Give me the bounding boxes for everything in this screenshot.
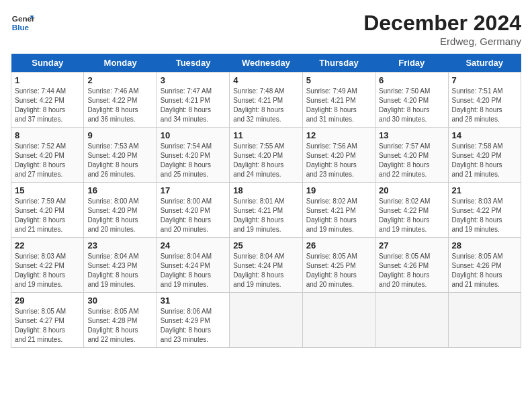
calendar-day-cell: 24Sunrise: 8:04 AM Sunset: 4:24 PM Dayli… xyxy=(157,238,229,293)
day-of-week-header: Monday xyxy=(84,54,157,73)
day-info: Sunrise: 7:53 AM Sunset: 4:20 PM Dayligh… xyxy=(87,142,152,179)
calendar-day-cell: 23Sunrise: 8:04 AM Sunset: 4:23 PM Dayli… xyxy=(84,238,157,293)
calendar-day-cell: 28Sunrise: 8:05 AM Sunset: 4:26 PM Dayli… xyxy=(448,238,521,293)
calendar-day-cell: 19Sunrise: 8:02 AM Sunset: 4:21 PM Dayli… xyxy=(302,183,375,238)
calendar-day-cell: 9Sunrise: 7:53 AM Sunset: 4:20 PM Daylig… xyxy=(84,128,157,183)
day-number: 17 xyxy=(161,185,226,195)
day-of-week-header: Wednesday xyxy=(230,54,302,73)
day-info: Sunrise: 8:06 AM Sunset: 4:29 PM Dayligh… xyxy=(161,307,226,345)
calendar-day-cell: 17Sunrise: 8:00 AM Sunset: 4:20 PM Dayli… xyxy=(157,183,229,238)
day-number: 6 xyxy=(379,75,444,85)
day-number: 1 xyxy=(15,75,80,85)
day-info: Sunrise: 8:02 AM Sunset: 4:22 PM Dayligh… xyxy=(379,197,444,234)
day-info: Sunrise: 7:51 AM Sunset: 4:20 PM Dayligh… xyxy=(452,87,517,124)
calendar-day-cell: 20Sunrise: 8:02 AM Sunset: 4:22 PM Dayli… xyxy=(375,183,448,238)
day-info: Sunrise: 8:04 AM Sunset: 4:24 PM Dayligh… xyxy=(161,252,226,289)
calendar-week-row: 29Sunrise: 8:05 AM Sunset: 4:27 PM Dayli… xyxy=(11,293,521,348)
day-number: 13 xyxy=(379,130,444,140)
calendar-day-cell: 29Sunrise: 8:05 AM Sunset: 4:27 PM Dayli… xyxy=(11,293,84,348)
calendar-header-row: SundayMondayTuesdayWednesdayThursdayFrid… xyxy=(11,54,521,73)
day-number: 26 xyxy=(306,240,371,250)
day-info: Sunrise: 7:56 AM Sunset: 4:20 PM Dayligh… xyxy=(306,142,371,179)
calendar-day-cell xyxy=(448,293,521,348)
day-info: Sunrise: 7:55 AM Sunset: 4:20 PM Dayligh… xyxy=(233,142,298,179)
calendar-day-cell: 7Sunrise: 7:51 AM Sunset: 4:20 PM Daylig… xyxy=(448,73,521,128)
calendar-week-row: 8Sunrise: 7:52 AM Sunset: 4:20 PM Daylig… xyxy=(11,128,521,183)
calendar-day-cell: 13Sunrise: 7:57 AM Sunset: 4:20 PM Dayli… xyxy=(375,128,448,183)
day-info: Sunrise: 8:04 AM Sunset: 4:24 PM Dayligh… xyxy=(233,252,298,289)
calendar-day-cell: 14Sunrise: 7:58 AM Sunset: 4:20 PM Dayli… xyxy=(448,128,521,183)
day-info: Sunrise: 8:05 AM Sunset: 4:28 PM Dayligh… xyxy=(87,307,152,345)
month-title: December 2024 xyxy=(363,11,521,36)
calendar-day-cell: 30Sunrise: 8:05 AM Sunset: 4:28 PM Dayli… xyxy=(84,293,157,348)
calendar-day-cell: 5Sunrise: 7:49 AM Sunset: 4:21 PM Daylig… xyxy=(302,73,375,128)
calendar-day-cell: 8Sunrise: 7:52 AM Sunset: 4:20 PM Daylig… xyxy=(11,128,84,183)
calendar-day-cell: 10Sunrise: 7:54 AM Sunset: 4:20 PM Dayli… xyxy=(157,128,229,183)
calendar-day-cell: 21Sunrise: 8:03 AM Sunset: 4:22 PM Dayli… xyxy=(448,183,521,238)
calendar-day-cell: 27Sunrise: 8:05 AM Sunset: 4:26 PM Dayli… xyxy=(375,238,448,293)
calendar-day-cell: 15Sunrise: 7:59 AM Sunset: 4:20 PM Dayli… xyxy=(11,183,84,238)
day-of-week-header: Sunday xyxy=(11,54,84,73)
calendar-table: SundayMondayTuesdayWednesdayThursdayFrid… xyxy=(11,54,521,348)
calendar-day-cell: 26Sunrise: 8:05 AM Sunset: 4:25 PM Dayli… xyxy=(302,238,375,293)
calendar-week-row: 22Sunrise: 8:03 AM Sunset: 4:22 PM Dayli… xyxy=(11,238,521,293)
day-info: Sunrise: 7:54 AM Sunset: 4:20 PM Dayligh… xyxy=(161,142,226,179)
day-number: 20 xyxy=(379,185,444,195)
day-info: Sunrise: 7:50 AM Sunset: 4:20 PM Dayligh… xyxy=(379,87,444,124)
calendar-day-cell: 16Sunrise: 8:00 AM Sunset: 4:20 PM Dayli… xyxy=(84,183,157,238)
day-number: 21 xyxy=(452,185,517,195)
day-number: 30 xyxy=(87,295,152,306)
day-info: Sunrise: 8:05 AM Sunset: 4:26 PM Dayligh… xyxy=(452,252,517,289)
day-info: Sunrise: 7:52 AM Sunset: 4:20 PM Dayligh… xyxy=(15,142,80,179)
day-info: Sunrise: 8:03 AM Sunset: 4:22 PM Dayligh… xyxy=(15,252,80,289)
day-of-week-header: Tuesday xyxy=(157,54,229,73)
header: General Blue December 2024 Erdweg, Germa… xyxy=(11,11,521,47)
calendar-day-cell: 3Sunrise: 7:47 AM Sunset: 4:21 PM Daylig… xyxy=(157,73,229,128)
day-number: 10 xyxy=(161,130,226,140)
calendar-day-cell: 12Sunrise: 7:56 AM Sunset: 4:20 PM Dayli… xyxy=(302,128,375,183)
day-info: Sunrise: 7:44 AM Sunset: 4:22 PM Dayligh… xyxy=(15,87,80,124)
day-number: 22 xyxy=(15,240,80,250)
day-number: 31 xyxy=(161,295,226,306)
svg-text:Blue: Blue xyxy=(12,23,30,32)
day-number: 9 xyxy=(87,130,152,140)
calendar-day-cell xyxy=(230,293,302,348)
day-of-week-header: Friday xyxy=(375,54,448,73)
svg-text:General: General xyxy=(12,14,35,23)
day-info: Sunrise: 7:48 AM Sunset: 4:21 PM Dayligh… xyxy=(233,87,298,124)
day-number: 16 xyxy=(87,185,152,195)
day-number: 11 xyxy=(233,130,298,140)
day-number: 7 xyxy=(452,75,517,85)
calendar-day-cell: 18Sunrise: 8:01 AM Sunset: 4:21 PM Dayli… xyxy=(230,183,302,238)
day-number: 14 xyxy=(452,130,517,140)
location-title: Erdweg, Germany xyxy=(363,36,521,47)
calendar-day-cell: 25Sunrise: 8:04 AM Sunset: 4:24 PM Dayli… xyxy=(230,238,302,293)
day-info: Sunrise: 8:00 AM Sunset: 4:20 PM Dayligh… xyxy=(87,197,152,234)
day-number: 3 xyxy=(161,75,226,85)
calendar-day-cell: 4Sunrise: 7:48 AM Sunset: 4:21 PM Daylig… xyxy=(230,73,302,128)
day-info: Sunrise: 7:47 AM Sunset: 4:21 PM Dayligh… xyxy=(161,87,226,124)
day-info: Sunrise: 7:49 AM Sunset: 4:21 PM Dayligh… xyxy=(306,87,371,124)
calendar-day-cell: 31Sunrise: 8:06 AM Sunset: 4:29 PM Dayli… xyxy=(157,293,229,348)
day-number: 18 xyxy=(233,185,298,195)
day-number: 8 xyxy=(15,130,80,140)
day-number: 15 xyxy=(15,185,80,195)
day-info: Sunrise: 8:05 AM Sunset: 4:27 PM Dayligh… xyxy=(15,307,80,345)
day-number: 27 xyxy=(379,240,444,250)
day-info: Sunrise: 8:04 AM Sunset: 4:23 PM Dayligh… xyxy=(87,252,152,289)
day-of-week-header: Saturday xyxy=(448,54,521,73)
day-number: 28 xyxy=(452,240,517,250)
day-number: 4 xyxy=(233,75,298,85)
day-info: Sunrise: 8:00 AM Sunset: 4:20 PM Dayligh… xyxy=(161,197,226,234)
calendar-day-cell: 11Sunrise: 7:55 AM Sunset: 4:20 PM Dayli… xyxy=(230,128,302,183)
day-number: 19 xyxy=(306,185,371,195)
day-number: 23 xyxy=(87,240,152,250)
title-area: December 2024 Erdweg, Germany xyxy=(363,11,521,47)
day-info: Sunrise: 7:57 AM Sunset: 4:20 PM Dayligh… xyxy=(379,142,444,179)
calendar-week-row: 15Sunrise: 7:59 AM Sunset: 4:20 PM Dayli… xyxy=(11,183,521,238)
day-number: 29 xyxy=(15,295,80,306)
day-number: 2 xyxy=(87,75,152,85)
day-info: Sunrise: 8:02 AM Sunset: 4:21 PM Dayligh… xyxy=(306,197,371,234)
calendar-day-cell: 6Sunrise: 7:50 AM Sunset: 4:20 PM Daylig… xyxy=(375,73,448,128)
calendar-day-cell: 1Sunrise: 7:44 AM Sunset: 4:22 PM Daylig… xyxy=(11,73,84,128)
